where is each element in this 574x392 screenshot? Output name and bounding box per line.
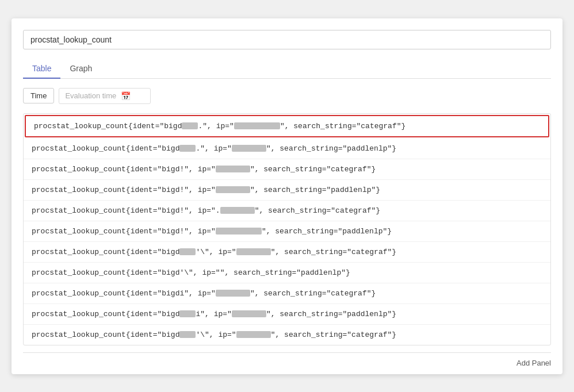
- redacted-block: [179, 331, 196, 338]
- redacted-block: [179, 248, 196, 255]
- metric-text: procstat_lookup_count{ident="bigd: [32, 248, 179, 256]
- redacted-block: [232, 145, 266, 152]
- metric-text: .", ip=": [198, 122, 234, 130]
- table-row[interactable]: procstat_lookup_count{ident="bigd !", ip…: [24, 201, 550, 221]
- table-row[interactable]: procstat_lookup_count{ident="bigd .", ip…: [24, 139, 550, 159]
- redacted-block: [234, 122, 280, 129]
- metric-text: ", search_string="paddlenlp"}: [262, 227, 392, 236]
- redacted-block: [216, 290, 250, 297]
- metric-text: procstat_lookup_count{ident="bigd: [32, 268, 179, 277]
- metric-text: procstat_lookup_count{ident="bigd: [34, 122, 182, 130]
- table-row[interactable]: procstat_lookup_count{ident="bigd .", ip…: [25, 115, 549, 137]
- calendar-icon: 📅: [121, 91, 131, 101]
- metric-text: ", search_string="categraf"}: [250, 165, 376, 174]
- metric-text: .", ip=": [196, 144, 231, 153]
- table-row[interactable]: procstat_lookup_count{ident="bigd !", ip…: [24, 221, 550, 242]
- metric-text: '\", ip=": [196, 330, 236, 339]
- add-panel-button[interactable]: Add Panel: [516, 359, 551, 367]
- metric-text: ", search_string="paddlenlp"}: [266, 310, 396, 318]
- redacted-block: [236, 331, 271, 338]
- metric-text: '\", ip=": [196, 248, 236, 256]
- table-row[interactable]: procstat_lookup_count{ident="bigd !", ip…: [24, 159, 550, 180]
- metric-text: !", ip=": [179, 227, 215, 236]
- table-row[interactable]: procstat_lookup_count{ident="bigd '\", i…: [24, 242, 550, 263]
- redacted-block: [216, 228, 262, 235]
- eval-time-field[interactable]: Evaluation time 📅: [59, 88, 151, 104]
- metric-text: procstat_lookup_count{ident="bigd: [32, 289, 179, 298]
- table-row[interactable]: procstat_lookup_count{ident="bigd i", ip…: [24, 283, 550, 304]
- table-row[interactable]: procstat_lookup_count{ident="bigd '\", i…: [24, 325, 550, 345]
- redacted-block: [216, 166, 250, 172]
- metric-text: ", search_string="categraf"}: [271, 330, 396, 339]
- redacted-block: [179, 310, 196, 317]
- metric-text: !", ip=".: [179, 206, 220, 215]
- redacted-block: [216, 186, 250, 193]
- metric-text: procstat_lookup_count{ident="bigd: [32, 227, 179, 236]
- metric-text: ", search_string="paddlenlp"}: [220, 268, 350, 277]
- metric-text: !", ip=": [179, 186, 215, 194]
- eval-time-placeholder: Evaluation time: [65, 91, 116, 100]
- toolbar: Time Evaluation time 📅: [23, 88, 551, 104]
- metric-text: procstat_lookup_count{ident="bigd: [32, 330, 179, 339]
- redacted-block: [179, 145, 196, 152]
- time-button[interactable]: Time: [23, 88, 54, 103]
- tab-bar: Table Graph: [23, 59, 551, 79]
- tab-graph[interactable]: Graph: [60, 59, 101, 79]
- table-row[interactable]: procstat_lookup_count{ident="bigd i", ip…: [24, 304, 550, 325]
- table-row[interactable]: procstat_lookup_count{ident="bigd !", ip…: [24, 180, 550, 201]
- table-row[interactable]: procstat_lookup_count{ident="bigd '\", i…: [24, 263, 550, 283]
- metric-text: ", search_string="categraf"}: [255, 206, 380, 215]
- metric-text: procstat_lookup_count{ident="bigd: [32, 165, 179, 174]
- metric-text: procstat_lookup_count{ident="bigd: [32, 206, 179, 215]
- metric-text: ", search_string="categraf"}: [280, 122, 405, 130]
- metric-text: '\", ip=": [179, 268, 220, 277]
- redacted-block: [236, 248, 271, 255]
- metric-text: i", ip=": [179, 289, 215, 298]
- tab-table[interactable]: Table: [23, 59, 60, 79]
- metric-text: procstat_lookup_count{ident="bigd: [32, 186, 179, 194]
- metric-text: procstat_lookup_count{ident="bigd: [32, 310, 179, 318]
- metric-text: !", ip=": [179, 165, 215, 174]
- metric-text: ", search_string="paddlenlp"}: [266, 144, 396, 153]
- panel-container: Table Graph Time Evaluation time 📅 procs…: [12, 18, 562, 374]
- metric-text: ", search_string="paddlenlp"}: [250, 186, 380, 194]
- metric-text: ", search_string="categraf"}: [250, 289, 376, 298]
- metric-text: i", ip=": [196, 310, 231, 318]
- metric-text: ", search_string="categraf"}: [271, 248, 396, 256]
- search-input[interactable]: [23, 30, 551, 49]
- add-panel-bar: Add Panel: [23, 352, 551, 374]
- metric-list: procstat_lookup_count{ident="bigd .", ip…: [23, 113, 551, 345]
- redacted-block: [220, 207, 255, 214]
- redacted-block: [182, 122, 198, 129]
- redacted-block: [232, 310, 266, 317]
- metric-text: procstat_lookup_count{ident="bigd: [32, 144, 179, 153]
